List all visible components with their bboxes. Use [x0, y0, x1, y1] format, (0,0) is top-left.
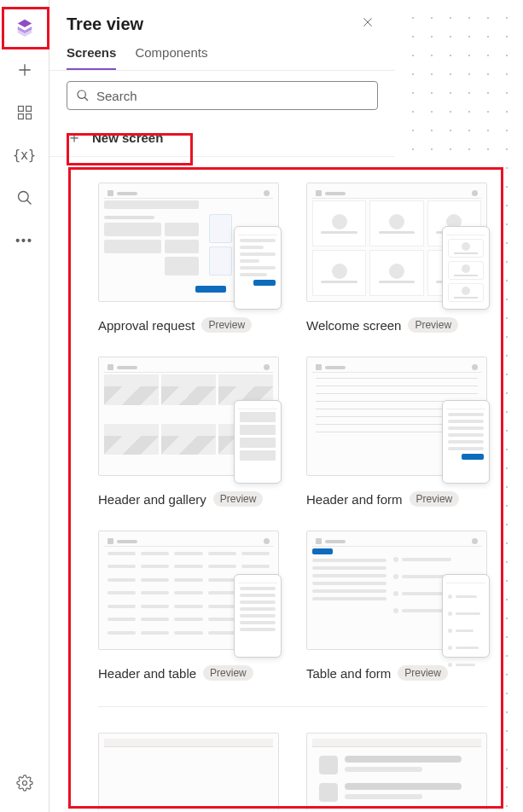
template-thumbnail: [306, 531, 487, 650]
template-label: Header and form: [306, 492, 403, 507]
svg-point-5: [22, 781, 26, 786]
template-blank[interactable]: [98, 733, 279, 810]
plus-icon: ＋: [67, 127, 82, 148]
insert-icon[interactable]: [8, 53, 42, 87]
template-thumbnail: [98, 357, 279, 476]
search-icon: [76, 89, 90, 102]
preview-badge: Preview: [410, 491, 460, 507]
template-label: Header and gallery: [98, 492, 206, 507]
svg-rect-3: [26, 114, 31, 119]
template-label: Approval request: [98, 318, 195, 333]
panel-title: Tree view: [67, 14, 143, 34]
preview-badge: Preview: [203, 665, 253, 681]
template-label: Welcome screen: [306, 318, 401, 333]
svg-rect-0: [18, 107, 23, 112]
template-welcome-screen[interactable]: Welcome screen Preview: [306, 183, 487, 333]
tree-view-icon[interactable]: [8, 10, 42, 44]
svg-rect-1: [26, 107, 31, 112]
template-thumbnail: [306, 183, 487, 302]
template-thumbnail: [306, 357, 487, 476]
data-icon[interactable]: [8, 96, 42, 130]
preview-badge: Preview: [398, 665, 448, 681]
settings-icon[interactable]: [8, 766, 42, 800]
search-box[interactable]: [67, 81, 378, 110]
search-input[interactable]: [96, 89, 369, 103]
new-screen-templates: Approval request Preview: [73, 171, 506, 810]
left-rail: {x} •••: [0, 0, 49, 812]
preview-badge: Preview: [408, 317, 458, 333]
template-approval-request[interactable]: Approval request Preview: [98, 183, 279, 333]
preview-badge: Preview: [201, 317, 252, 333]
preview-badge: Preview: [213, 491, 264, 507]
svg-point-4: [18, 192, 28, 202]
tab-screens[interactable]: Screens: [67, 45, 116, 70]
template-header-and-form[interactable]: Header and form Preview: [306, 357, 487, 507]
svg-rect-2: [18, 114, 23, 119]
template-header-and-gallery[interactable]: Header and gallery Preview: [98, 357, 279, 507]
template-label: Table and form: [306, 666, 391, 681]
panel-tabs: Screens Components: [49, 37, 395, 71]
new-screen-button[interactable]: ＋ New screen: [49, 120, 395, 157]
template-list[interactable]: [306, 733, 487, 810]
new-screen-label: New screen: [92, 130, 163, 145]
template-thumbnail: [98, 531, 279, 650]
divider: [98, 706, 487, 707]
template-table-and-form[interactable]: Table and form Preview: [306, 531, 487, 681]
template-header-and-table[interactable]: Header and table Preview: [98, 531, 279, 681]
tab-components[interactable]: Components: [135, 45, 207, 70]
more-icon[interactable]: •••: [8, 223, 42, 258]
template-label: Header and table: [98, 666, 196, 681]
close-icon[interactable]: [357, 12, 378, 37]
search-icon[interactable]: [8, 181, 42, 215]
template-thumbnail: [98, 733, 279, 810]
template-thumbnail: [306, 733, 487, 810]
template-thumbnail: [98, 183, 279, 302]
variables-icon[interactable]: {x}: [8, 138, 42, 172]
svg-point-6: [78, 90, 85, 98]
